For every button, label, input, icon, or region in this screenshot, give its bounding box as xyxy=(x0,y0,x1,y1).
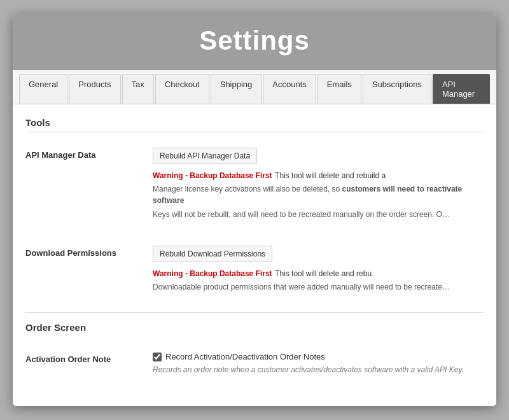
activation-order-note-field: Record Activation/Deactivation Order Not… xyxy=(153,352,484,374)
api-manager-data-label: API Manager Data xyxy=(25,148,153,160)
main-content: Tools API Manager Data Rebuild API Manag… xyxy=(13,104,496,406)
activation-checkbox-description: Records an order note when a customer ac… xyxy=(153,365,484,374)
api-manager-description-2: Manager license key activations will als… xyxy=(153,183,484,206)
activation-checkbox-row: Record Activation/Deactivation Order Not… xyxy=(153,352,484,361)
page-title: Settings xyxy=(13,25,496,56)
download-permissions-warning-text: Warning - Backup Database First xyxy=(153,269,272,278)
settings-window: Settings General Products Tax Checkout S… xyxy=(13,14,496,406)
title-bar: Settings xyxy=(13,14,496,70)
tab-general[interactable]: General xyxy=(19,74,67,104)
activation-order-note-row: Activation Order Note Record Activation/… xyxy=(25,346,484,381)
rebuild-download-permissions-button[interactable]: Rebuild Download Permissions xyxy=(153,246,272,262)
api-manager-description-3: Keys will not be rebuilt, and will need … xyxy=(153,209,452,220)
api-manager-warning: Warning - Backup Database First This too… xyxy=(153,169,386,181)
api-manager-data-row: API Manager Data Rebuild API Manager Dat… xyxy=(25,141,484,227)
download-permissions-description: This tool will delete and rebu xyxy=(275,269,372,278)
api-manager-warning-text: Warning - Backup Database First xyxy=(153,171,272,180)
activation-checkbox-label: Record Activation/Deactivation Order Not… xyxy=(165,352,325,361)
api-manager-description: This tool will delete and rebuild a xyxy=(275,171,386,180)
tools-section-title: Tools xyxy=(25,117,484,132)
download-permissions-label: Download Permissions xyxy=(25,246,153,258)
activation-order-note-checkbox[interactable] xyxy=(153,353,162,361)
tab-bar: General Products Tax Checkout Shipping A… xyxy=(13,70,496,104)
download-permissions-row: Download Permissions Rebuild Download Pe… xyxy=(25,239,484,299)
download-permissions-field-row: Rebuild Download Permissions Warning - B… xyxy=(153,246,484,279)
download-permissions-warning: Warning - Backup Database First This too… xyxy=(153,267,372,279)
api-manager-data-field: Rebuild API Manager Data Warning - Backu… xyxy=(153,148,484,220)
activation-order-note-label: Activation Order Note xyxy=(25,352,153,364)
tab-api-manager[interactable]: API Manager xyxy=(433,74,490,104)
tab-emails[interactable]: Emails xyxy=(317,74,361,104)
tab-shipping[interactable]: Shipping xyxy=(211,74,262,104)
tab-products[interactable]: Products xyxy=(69,74,120,104)
download-permissions-field: Rebuild Download Permissions Warning - B… xyxy=(153,246,484,293)
api-manager-data-field-row: Rebuild API Manager Data Warning - Backu… xyxy=(153,148,484,181)
tab-tax[interactable]: Tax xyxy=(122,74,154,104)
tab-accounts[interactable]: Accounts xyxy=(263,74,316,104)
tab-checkout[interactable]: Checkout xyxy=(155,74,209,104)
rebuild-api-manager-button[interactable]: Rebuild API Manager Data xyxy=(153,148,257,164)
order-screen-section: Order Screen Activation Order Note Recor… xyxy=(25,312,484,381)
order-screen-title: Order Screen xyxy=(25,312,484,337)
download-permissions-description-2: Downloadable product permissions that we… xyxy=(153,281,452,293)
tab-subscriptions[interactable]: Subscriptions xyxy=(363,74,431,104)
